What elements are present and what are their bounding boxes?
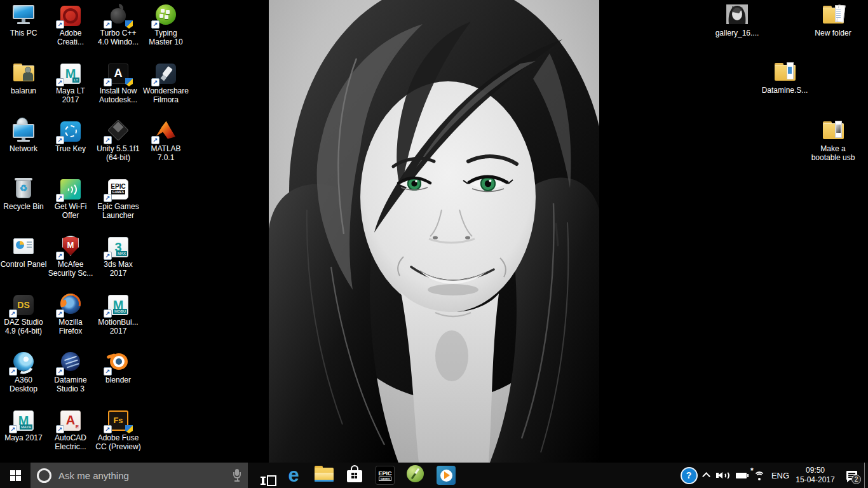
taskbar-apps: eEPICGAMES xyxy=(248,463,461,488)
shortcut-arrow-icon: ↗ xyxy=(56,367,64,376)
recycle-bin-icon: ♻ xyxy=(12,177,35,201)
desktop-icon-install-now-autodesk[interactable]: A↗Install Now Autodesk... xyxy=(95,62,142,105)
desktop-icon-motionbui-2017[interactable]: MMOBU↗MotionBui... 2017 xyxy=(95,293,142,336)
desktop-icon-label: Control Panel xyxy=(1,261,47,269)
desktop-icon-label: Mozilla Firefox xyxy=(47,318,94,336)
wifi-status-asterisk: * xyxy=(750,466,754,475)
desktop-icon-label: McAfee Security Sc... xyxy=(47,261,94,278)
chevron-up-icon[interactable] xyxy=(699,463,713,488)
system-tray: ? * ENG 09:50 15-04-2017 2 xyxy=(679,463,868,488)
cortana-icon xyxy=(37,468,51,483)
taskbar-button-task-view[interactable] xyxy=(248,463,278,488)
media-player-icon xyxy=(437,466,456,485)
start-button[interactable] xyxy=(0,463,31,488)
android-studio-icon xyxy=(405,464,426,487)
taskbar-button-file-explorer[interactable] xyxy=(309,463,339,488)
wallpaper-portrait xyxy=(269,0,599,463)
desktop-icon-wondershare-filmora[interactable]: ↗Wondershare Filmora xyxy=(142,62,189,105)
desktop-icon-get-wi-fi-offer[interactable]: ↗Get Wi-Fi Offer xyxy=(47,177,94,220)
desktop-icon-maya-2017[interactable]: MMAYA↗Maya 2017 xyxy=(0,409,47,443)
desktop[interactable]: This PC↗Adobe Creati...↗Turbo C++ 4.0 Wi… xyxy=(0,0,868,488)
windows-logo-icon xyxy=(10,470,21,481)
battery-icon[interactable] xyxy=(732,463,750,488)
desktop-icon-maya-lt-2017[interactable]: MLT↗Maya LT 2017 xyxy=(47,62,94,105)
folder-doc-icon xyxy=(773,61,796,85)
shortcut-arrow-icon: ↗ xyxy=(104,309,112,318)
desktop-icon-a360-desktop[interactable]: ↗A360 Desktop xyxy=(0,351,47,394)
folder-user-icon xyxy=(12,62,35,86)
desktop-icon-typing-master-10[interactable]: ↗Typing Master 10 xyxy=(142,4,189,47)
desktop-icon-epic-games-launcher[interactable]: EPICGAMES↗Epic Games Launcher xyxy=(95,177,142,220)
speaker-icon[interactable] xyxy=(713,463,732,488)
desktop-icon-label: True Key xyxy=(55,145,86,154)
shortcut-arrow-icon: ↗ xyxy=(104,252,112,260)
shortcut-arrow-icon: ↗ xyxy=(104,425,112,433)
desktop-icon-datamine-studio-3[interactable]: ↗Datamine Studio 3 xyxy=(47,351,94,394)
language-indicator[interactable]: ENG xyxy=(769,463,792,488)
desktop-icon-gallery-16[interactable]: gallery_16.... xyxy=(714,4,761,38)
desktop-icon-control-panel[interactable]: Control Panel xyxy=(0,235,47,269)
desktop-icon-autocad-electric[interactable]: AE↗AutoCAD Electric... xyxy=(47,409,94,452)
taskbar-button-store[interactable] xyxy=(339,463,370,488)
shortcut-arrow-icon: ↗ xyxy=(104,78,112,86)
search-input[interactable] xyxy=(57,470,227,482)
epic-games-icon: EPICGAMES xyxy=(376,466,395,485)
desktop-icon-label: Turbo C++ 4.0 Windo... xyxy=(95,29,142,47)
shortcut-arrow-icon: ↗ xyxy=(9,309,17,318)
folder-open-icon xyxy=(822,4,844,28)
desktop-icon-new-folder[interactable]: New folder xyxy=(810,4,857,38)
shortcut-arrow-icon: ↗ xyxy=(9,425,17,433)
desktop-icon-label: A360 Desktop xyxy=(0,376,47,394)
clock[interactable]: 09:50 15-04-2017 xyxy=(792,463,839,488)
action-center-icon[interactable]: 2 xyxy=(839,463,864,488)
taskbar-button-epic-games[interactable]: EPICGAMES xyxy=(370,463,400,488)
folder-img-icon xyxy=(822,119,844,144)
desktop-icon-label: Install Now Autodesk... xyxy=(95,87,142,105)
desktop-icon-adobe-creati[interactable]: ↗Adobe Creati... xyxy=(47,4,94,47)
desktop-icon-true-key[interactable]: ↗True Key xyxy=(47,119,94,154)
desktop-icon-make-a-bootable-usb[interactable]: Make a bootable usb xyxy=(810,119,857,163)
desktop-icon-mozilla-firefox[interactable]: ↗Mozilla Firefox xyxy=(47,293,94,336)
shortcut-arrow-icon: ↗ xyxy=(104,20,112,29)
help-icon[interactable]: ? xyxy=(679,463,699,488)
desktop-icon-datamine-s[interactable]: Datamine.S... xyxy=(761,61,808,95)
taskbar-button-media-player[interactable] xyxy=(431,463,461,488)
desktop-icon-unity-5-5-1f1-64-bit[interactable]: ↗Unity 5.5.1f1 (64-bit) xyxy=(95,119,142,163)
taskbar: eEPICGAMES ? * ENG 09:50 15-04-2017 2 xyxy=(0,463,868,488)
this-pc-icon xyxy=(12,4,35,28)
store-icon xyxy=(346,465,363,485)
show-desktop-button[interactable] xyxy=(864,463,868,488)
shortcut-arrow-icon: ↗ xyxy=(151,78,159,86)
desktop-icon-balarun[interactable]: balarun xyxy=(0,62,47,96)
wifi-icon[interactable]: * xyxy=(750,463,769,488)
desktop-icon-label: Network xyxy=(10,145,37,154)
desktop-icon-mcafee-security-sc[interactable]: M↗McAfee Security Sc... xyxy=(47,235,94,278)
file-explorer-icon xyxy=(313,464,335,486)
desktop-icon-this-pc[interactable]: This PC xyxy=(0,4,47,38)
clock-date: 15-04-2017 xyxy=(796,475,834,485)
desktop-icon-matlab-7-0-1[interactable]: ↗MATLAB 7.0.1 xyxy=(142,119,189,163)
desktop-icon-label: Epic Games Launcher xyxy=(95,203,142,220)
desktop-icon-label: balarun xyxy=(11,87,36,96)
desktop-icon-adobe-fuse-cc-preview[interactable]: Fs↗Adobe Fuse CC (Preview) xyxy=(95,409,142,452)
desktop-icon-recycle-bin[interactable]: ♻Recycle Bin xyxy=(0,177,47,212)
taskbar-button-android-studio[interactable] xyxy=(400,463,431,488)
desktop-icon-blender[interactable]: ↗blender xyxy=(95,351,142,385)
shortcut-arrow-icon: ↗ xyxy=(56,309,64,318)
desktop-icon-turbo-c-4-0-windo[interactable]: ↗Turbo C++ 4.0 Windo... xyxy=(95,4,142,47)
desktop-icon-label: Get Wi-Fi Offer xyxy=(47,203,94,220)
desktop-icon-3ds-max-2017[interactable]: 3MAX↗3ds Max 2017 xyxy=(95,235,142,278)
shortcut-arrow-icon: ↗ xyxy=(56,425,64,433)
desktop-icon-label: Typing Master 10 xyxy=(142,29,189,47)
desktop-icon-network[interactable]: Network xyxy=(0,119,47,154)
desktop-icon-label: This PC xyxy=(10,29,37,38)
desktop-icon-label: Adobe Creati... xyxy=(47,29,94,47)
microphone-icon[interactable] xyxy=(233,469,241,482)
taskbar-button-edge[interactable]: e xyxy=(278,463,309,488)
cortana-search-box[interactable] xyxy=(31,463,248,488)
desktop-icon-label: Unity 5.5.1f1 (64-bit) xyxy=(95,145,142,163)
desktop-icon-daz-studio-4-9-64-bit[interactable]: DS↗DAZ Studio 4.9 (64-bit) xyxy=(0,293,47,336)
shortcut-arrow-icon: ↗ xyxy=(56,136,64,144)
desktop-icon-label: gallery_16.... xyxy=(715,29,759,38)
desktop-icon-label: Datamine.S... xyxy=(762,86,808,95)
